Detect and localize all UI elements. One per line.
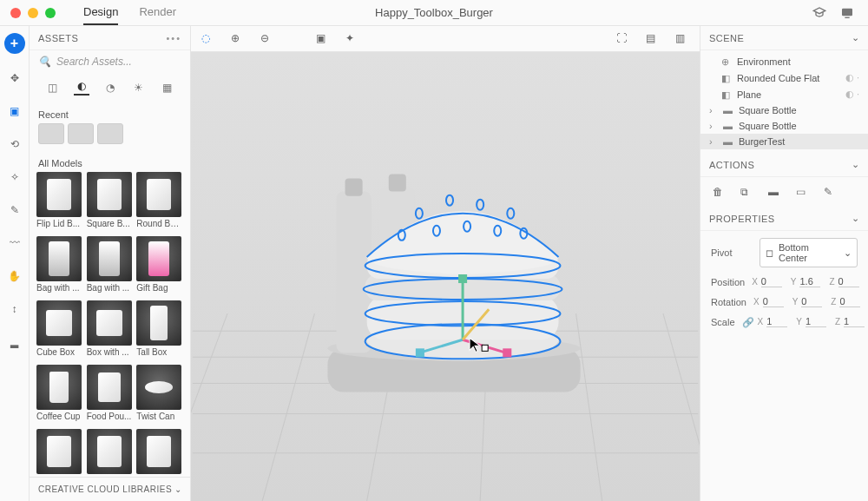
pivot-select[interactable]: ◻ Bottom Center ⌄ [760, 238, 858, 267]
model-item[interactable] [136, 429, 183, 477]
svg-point-27 [446, 195, 453, 206]
maximize-window-button[interactable] [45, 8, 56, 18]
group-icon[interactable]: ▬ [768, 186, 780, 198]
eyedropper-tool[interactable]: ✎ [6, 201, 23, 219]
pivot-icon: ◻ [766, 247, 773, 259]
model-item[interactable]: Tall Box [136, 300, 183, 359]
actions-row: 🗑 ⧉ ▬ ▭ ✎ [700, 177, 868, 207]
rotation-y-input[interactable]: 0 [801, 296, 822, 307]
position-z-input[interactable]: 0 [838, 276, 859, 287]
model-item[interactable]: Food Pou... [87, 365, 134, 424]
chevron-down-icon[interactable]: ⌄ [852, 159, 860, 170]
rotation-z-input[interactable]: 0 [839, 296, 860, 307]
model-item[interactable]: Cube Box [36, 300, 83, 359]
model-item[interactable]: Bag with ... [36, 236, 83, 295]
category-environments-icon[interactable]: ☀ [131, 80, 147, 96]
add-selection-icon[interactable]: ⊕ [231, 32, 245, 46]
scene-item-burgertest[interactable]: ›▬BurgerTest [700, 134, 868, 149]
scale-y-input[interactable]: 1 [806, 316, 826, 327]
feedback-icon[interactable] [840, 6, 854, 20]
lasso-tool[interactable]: 〰 [6, 234, 23, 252]
assets-more-button[interactable]: ••• [166, 33, 181, 43]
model-item[interactable]: Flip Lid B... [36, 172, 83, 231]
marquee-select-icon[interactable]: ◌ [201, 32, 215, 46]
assets-header-label: ASSETS [38, 33, 78, 43]
recent-thumb[interactable] [68, 123, 94, 144]
remove-selection-icon[interactable]: ⊖ [260, 32, 274, 46]
scene-item-environment[interactable]: ⊕Environment [700, 54, 868, 69]
model-item[interactable]: Square B... [87, 172, 134, 231]
category-materials-icon[interactable]: ◐ [74, 80, 89, 96]
model-item[interactable]: Gift Bag [136, 236, 183, 295]
effects-icon[interactable]: ✦ [345, 32, 359, 46]
ungroup-icon[interactable]: ▭ [796, 186, 808, 198]
scale-z-input[interactable]: 1 [844, 316, 865, 327]
ground-tool[interactable]: ▂ [6, 333, 23, 351]
search-icon: 🔍 [38, 56, 51, 68]
model-item[interactable]: Bag with ... [87, 236, 134, 295]
model-item[interactable] [36, 429, 83, 477]
add-button[interactable]: + [4, 33, 25, 54]
svg-line-6 [191, 313, 227, 501]
recent-thumb[interactable] [97, 123, 123, 144]
cube-icon: ◧ [721, 89, 732, 100]
scene-item-square-bottle[interactable]: ›▬Square Bottle [700, 102, 868, 118]
select-tool[interactable]: ▣ [6, 102, 23, 120]
position-y-input[interactable]: 1.6 [799, 276, 820, 287]
assets-search[interactable]: 🔍 Search Assets... [30, 50, 190, 73]
scene-item-rounded-cube[interactable]: ◧Rounded Cube Flat◐ · [700, 69, 868, 86]
model-item[interactable]: Coffee Cup [36, 365, 83, 424]
category-models-icon[interactable]: ◫ [45, 80, 61, 96]
document-title: Happy_Toolbox_Burger [375, 6, 493, 19]
scene-item-plane[interactable]: ◧Plane◐ · [700, 86, 868, 102]
recent-section-label: Recent [30, 102, 190, 123]
camera-bookmark-icon[interactable]: ▤ [646, 32, 660, 46]
assets-panel-header: ASSETS ••• [30, 26, 190, 50]
position-x-input[interactable]: 0 [761, 276, 782, 287]
model-item[interactable]: Twist Can [136, 365, 183, 424]
vertical-tool[interactable]: ↕ [6, 300, 23, 318]
close-window-button[interactable] [10, 8, 21, 18]
model-item[interactable]: Box with ... [87, 300, 134, 359]
3d-viewport[interactable] [191, 52, 700, 501]
hand-tool[interactable]: ✋ [6, 267, 23, 285]
fullscreen-icon[interactable]: ⛶ [616, 32, 630, 46]
snap-icon[interactable]: ▣ [316, 32, 330, 46]
chevron-right-icon[interactable]: › [709, 121, 718, 131]
chevron-right-icon[interactable]: › [709, 136, 718, 147]
render-settings-icon[interactable]: ▥ [675, 32, 689, 46]
tab-render[interactable]: Render [139, 0, 176, 25]
learn-icon[interactable] [812, 6, 826, 20]
category-lights-icon[interactable]: ◔ [102, 80, 118, 96]
item-visibility-icon[interactable]: ◐ · [845, 72, 859, 83]
delete-icon[interactable]: 🗑 [713, 186, 725, 198]
orbit-tool[interactable]: ⟲ [6, 135, 23, 153]
minimize-window-button[interactable] [28, 8, 38, 18]
cc-libraries-header[interactable]: CREATIVE CLOUD LIBRARIES ⌄ [30, 477, 190, 501]
magic-wand-tool[interactable]: ✧ [6, 168, 23, 186]
rotation-x-input[interactable]: 0 [763, 296, 784, 307]
move-tool[interactable]: ✥ [6, 69, 23, 87]
category-images-icon[interactable]: ▦ [160, 80, 175, 96]
scale-x-input[interactable]: 1 [766, 316, 787, 327]
svg-rect-17 [389, 175, 406, 192]
link-scale-icon[interactable]: 🔗 [742, 317, 751, 327]
item-visibility-icon[interactable]: ◐ · [845, 89, 859, 100]
chevron-down-icon[interactable]: ⌄ [852, 32, 860, 43]
model-item[interactable] [87, 429, 134, 477]
chevron-down-icon[interactable]: ⌄ [852, 213, 860, 224]
left-toolstrip: + ✥ ▣ ⟲ ✧ ✎ 〰 ✋ ↕ ▂ [0, 26, 30, 501]
asset-category-tabs: ◫ ◐ ◔ ☀ ▦ [30, 73, 190, 102]
globe-icon: ⊕ [721, 56, 732, 67]
chevron-right-icon[interactable]: › [709, 105, 718, 115]
tab-design[interactable]: Design [83, 0, 118, 25]
viewport-area: ◌ ⊕ ⊖ ▣ ✦ ⛶ ▤ ▥ [191, 26, 700, 501]
duplicate-icon[interactable]: ⧉ [740, 186, 753, 198]
recent-thumb[interactable] [38, 123, 64, 144]
model-item[interactable]: Round Bo... [136, 172, 183, 231]
scene-panel-header: SCENE ⌄ [700, 26, 868, 50]
sample-icon[interactable]: ✎ [824, 186, 836, 198]
scene-item-square-bottle[interactable]: ›▬Square Bottle [700, 118, 868, 134]
svg-rect-0 [842, 8, 852, 16]
assets-panel: ASSETS ••• 🔍 Search Assets... ◫ ◐ ◔ ☀ ▦ … [30, 26, 191, 501]
